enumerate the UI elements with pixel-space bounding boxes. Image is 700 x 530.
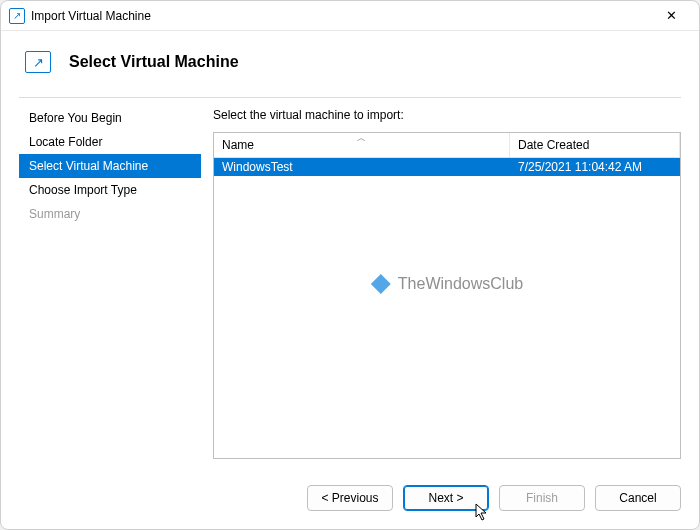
watermark-logo-icon [371, 274, 391, 294]
vm-name-cell: WindowsTest [214, 158, 510, 176]
app-icon: ↗ [9, 8, 25, 24]
wizard-steps-sidebar: Before You Begin Locate Folder Select Vi… [19, 98, 201, 469]
vm-list-header: Name ︿ Date Created [214, 133, 680, 158]
instruction-text: Select the virtual machine to import: [213, 108, 681, 122]
close-button[interactable]: ✕ [651, 2, 691, 30]
wizard-footer: < Previous Next > Finish Cancel [1, 469, 699, 529]
watermark: TheWindowsClub [371, 274, 523, 294]
vm-date-cell: 7/25/2021 11:04:42 AM [510, 158, 680, 176]
step-summary: Summary [19, 202, 201, 226]
step-choose-import-type[interactable]: Choose Import Type [19, 178, 201, 202]
main-panel: Select the virtual machine to import: Na… [201, 98, 681, 469]
finish-button: Finish [499, 485, 585, 511]
vm-row[interactable]: WindowsTest 7/25/2021 11:04:42 AM [214, 158, 680, 176]
step-locate-folder[interactable]: Locate Folder [19, 130, 201, 154]
column-header-date-created[interactable]: Date Created [510, 133, 680, 157]
column-name-label: Name [222, 138, 254, 152]
vm-list-body: WindowsTest 7/25/2021 11:04:42 AM TheWin… [214, 158, 680, 458]
cancel-button[interactable]: Cancel [595, 485, 681, 511]
wizard-body: Before You Begin Locate Folder Select Vi… [19, 97, 681, 469]
column-date-label: Date Created [518, 138, 589, 152]
titlebar: ↗ Import Virtual Machine ✕ [1, 1, 699, 31]
import-icon: ↗ [25, 51, 51, 73]
next-button[interactable]: Next > [403, 485, 489, 511]
column-header-name[interactable]: Name ︿ [214, 133, 510, 157]
page-title: Select Virtual Machine [69, 53, 239, 71]
window-title: Import Virtual Machine [31, 9, 151, 23]
sort-indicator-icon: ︿ [357, 132, 366, 145]
step-before-you-begin[interactable]: Before You Begin [19, 106, 201, 130]
previous-button[interactable]: < Previous [307, 485, 393, 511]
step-select-virtual-machine[interactable]: Select Virtual Machine [19, 154, 201, 178]
vm-list: Name ︿ Date Created WindowsTest 7/25/202… [213, 132, 681, 459]
wizard-header: ↗ Select Virtual Machine [1, 31, 699, 97]
import-vm-window: ↗ Import Virtual Machine ✕ ↗ Select Virt… [0, 0, 700, 530]
watermark-text: TheWindowsClub [398, 275, 523, 293]
